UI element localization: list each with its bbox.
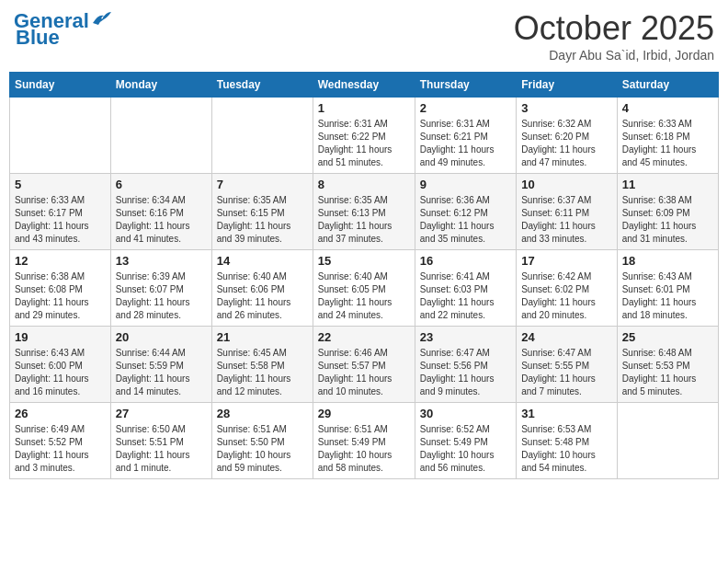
day-info: Sunrise: 6:41 AM Sunset: 6:03 PM Dayligh… <box>420 270 511 322</box>
calendar-cell: 14Sunrise: 6:40 AM Sunset: 6:06 PM Dayli… <box>211 250 313 327</box>
day-number: 2 <box>420 101 511 115</box>
calendar-cell: 28Sunrise: 6:51 AM Sunset: 5:50 PM Dayli… <box>211 403 313 479</box>
day-number: 22 <box>318 330 410 344</box>
calendar-cell: 7Sunrise: 6:35 AM Sunset: 6:15 PM Daylig… <box>211 174 313 250</box>
calendar-week-row: 12Sunrise: 6:38 AM Sunset: 6:08 PM Dayli… <box>10 250 719 327</box>
calendar-cell: 3Sunrise: 6:32 AM Sunset: 6:20 PM Daylig… <box>517 98 618 174</box>
day-info: Sunrise: 6:51 AM Sunset: 5:49 PM Dayligh… <box>318 423 410 475</box>
day-info: Sunrise: 6:43 AM Sunset: 6:00 PM Dayligh… <box>15 347 106 398</box>
month-title: October 2025 <box>514 9 714 48</box>
day-info: Sunrise: 6:49 AM Sunset: 5:52 PM Dayligh… <box>15 423 106 475</box>
day-number: 16 <box>420 254 511 268</box>
day-info: Sunrise: 6:31 AM Sunset: 6:22 PM Dayligh… <box>318 118 410 169</box>
day-number: 25 <box>622 330 713 344</box>
calendar-cell <box>211 98 313 174</box>
day-number: 9 <box>420 178 511 191</box>
calendar-cell: 12Sunrise: 6:38 AM Sunset: 6:08 PM Dayli… <box>10 250 111 327</box>
logo-bird-icon <box>91 10 111 27</box>
day-number: 10 <box>521 178 612 191</box>
calendar-cell: 2Sunrise: 6:31 AM Sunset: 6:21 PM Daylig… <box>415 98 516 174</box>
day-number: 18 <box>622 254 713 268</box>
day-info: Sunrise: 6:51 AM Sunset: 5:50 PM Dayligh… <box>217 423 308 475</box>
calendar-cell <box>110 98 211 174</box>
day-number: 8 <box>318 178 410 191</box>
day-number: 27 <box>116 407 207 420</box>
calendar-cell: 9Sunrise: 6:36 AM Sunset: 6:12 PM Daylig… <box>415 174 516 250</box>
logo: General Blue <box>14 9 111 50</box>
day-info: Sunrise: 6:38 AM Sunset: 6:09 PM Dayligh… <box>622 194 713 246</box>
location-subtitle: Dayr Abu Sa`id, Irbid, Jordan <box>514 48 714 63</box>
day-number: 29 <box>318 407 410 420</box>
day-number: 20 <box>116 330 207 344</box>
calendar-cell: 10Sunrise: 6:37 AM Sunset: 6:11 PM Dayli… <box>517 174 618 250</box>
title-block: October 2025 Dayr Abu Sa`id, Irbid, Jord… <box>514 9 714 63</box>
day-number: 4 <box>622 101 713 115</box>
calendar-body: 1Sunrise: 6:31 AM Sunset: 6:22 PM Daylig… <box>10 98 719 479</box>
calendar-cell: 29Sunrise: 6:51 AM Sunset: 5:49 PM Dayli… <box>313 403 415 479</box>
calendar-cell: 13Sunrise: 6:39 AM Sunset: 6:07 PM Dayli… <box>110 250 211 327</box>
calendar-cell: 1Sunrise: 6:31 AM Sunset: 6:22 PM Daylig… <box>313 98 415 174</box>
day-info: Sunrise: 6:44 AM Sunset: 5:59 PM Dayligh… <box>116 347 207 398</box>
day-number: 6 <box>116 178 207 191</box>
day-number: 30 <box>420 407 511 420</box>
day-number: 24 <box>521 330 612 344</box>
calendar-table: SundayMondayTuesdayWednesdayThursdayFrid… <box>9 72 719 479</box>
day-info: Sunrise: 6:35 AM Sunset: 6:13 PM Dayligh… <box>318 194 410 246</box>
day-number: 12 <box>15 254 106 268</box>
day-info: Sunrise: 6:53 AM Sunset: 5:48 PM Dayligh… <box>521 423 612 475</box>
day-number: 13 <box>116 254 207 268</box>
calendar-cell: 26Sunrise: 6:49 AM Sunset: 5:52 PM Dayli… <box>10 403 111 479</box>
day-info: Sunrise: 6:50 AM Sunset: 5:51 PM Dayligh… <box>116 423 207 475</box>
day-number: 14 <box>217 254 308 268</box>
day-info: Sunrise: 6:47 AM Sunset: 5:55 PM Dayligh… <box>521 347 612 398</box>
day-info: Sunrise: 6:32 AM Sunset: 6:20 PM Dayligh… <box>521 118 612 169</box>
day-info: Sunrise: 6:52 AM Sunset: 5:49 PM Dayligh… <box>420 423 511 475</box>
day-info: Sunrise: 6:47 AM Sunset: 5:56 PM Dayligh… <box>420 347 511 398</box>
calendar-cell: 4Sunrise: 6:33 AM Sunset: 6:18 PM Daylig… <box>617 98 718 174</box>
day-info: Sunrise: 6:39 AM Sunset: 6:07 PM Dayligh… <box>116 270 207 322</box>
calendar-cell: 6Sunrise: 6:34 AM Sunset: 6:16 PM Daylig… <box>110 174 211 250</box>
day-info: Sunrise: 6:40 AM Sunset: 6:06 PM Dayligh… <box>217 270 308 322</box>
day-info: Sunrise: 6:35 AM Sunset: 6:15 PM Dayligh… <box>217 194 308 246</box>
calendar-cell: 20Sunrise: 6:44 AM Sunset: 5:59 PM Dayli… <box>110 327 211 403</box>
calendar-cell: 16Sunrise: 6:41 AM Sunset: 6:03 PM Dayli… <box>415 250 516 327</box>
calendar-cell: 15Sunrise: 6:40 AM Sunset: 6:05 PM Dayli… <box>313 250 415 327</box>
day-info: Sunrise: 6:31 AM Sunset: 6:21 PM Dayligh… <box>420 118 511 169</box>
day-info: Sunrise: 6:40 AM Sunset: 6:05 PM Dayligh… <box>318 270 410 322</box>
calendar-cell: 11Sunrise: 6:38 AM Sunset: 6:09 PM Dayli… <box>617 174 718 250</box>
day-info: Sunrise: 6:36 AM Sunset: 6:12 PM Dayligh… <box>420 194 511 246</box>
weekday-header-saturday: Saturday <box>617 73 718 98</box>
weekday-header-monday: Monday <box>110 73 211 98</box>
calendar-cell: 27Sunrise: 6:50 AM Sunset: 5:51 PM Dayli… <box>110 403 211 479</box>
calendar-cell: 23Sunrise: 6:47 AM Sunset: 5:56 PM Dayli… <box>415 327 516 403</box>
day-number: 23 <box>420 330 511 344</box>
calendar-cell <box>10 98 111 174</box>
weekday-header-sunday: Sunday <box>10 73 111 98</box>
day-number: 28 <box>217 407 308 420</box>
calendar-header-row: SundayMondayTuesdayWednesdayThursdayFrid… <box>10 73 719 98</box>
day-info: Sunrise: 6:33 AM Sunset: 6:18 PM Dayligh… <box>622 118 713 169</box>
day-number: 1 <box>318 101 410 115</box>
day-info: Sunrise: 6:38 AM Sunset: 6:08 PM Dayligh… <box>15 270 106 322</box>
calendar-week-row: 5Sunrise: 6:33 AM Sunset: 6:17 PM Daylig… <box>10 174 719 250</box>
day-number: 7 <box>217 178 308 191</box>
calendar-cell: 8Sunrise: 6:35 AM Sunset: 6:13 PM Daylig… <box>313 174 415 250</box>
day-info: Sunrise: 6:34 AM Sunset: 6:16 PM Dayligh… <box>116 194 207 246</box>
day-number: 31 <box>521 407 612 420</box>
calendar-cell: 24Sunrise: 6:47 AM Sunset: 5:55 PM Dayli… <box>517 327 618 403</box>
calendar-cell: 5Sunrise: 6:33 AM Sunset: 6:17 PM Daylig… <box>10 174 111 250</box>
day-number: 19 <box>15 330 106 344</box>
calendar-cell: 18Sunrise: 6:43 AM Sunset: 6:01 PM Dayli… <box>617 250 718 327</box>
calendar-cell: 17Sunrise: 6:42 AM Sunset: 6:02 PM Dayli… <box>517 250 618 327</box>
calendar-cell: 30Sunrise: 6:52 AM Sunset: 5:49 PM Dayli… <box>415 403 516 479</box>
calendar-week-row: 26Sunrise: 6:49 AM Sunset: 5:52 PM Dayli… <box>10 403 719 479</box>
day-number: 21 <box>217 330 308 344</box>
weekday-header-thursday: Thursday <box>415 73 516 98</box>
calendar-cell: 31Sunrise: 6:53 AM Sunset: 5:48 PM Dayli… <box>517 403 618 479</box>
day-info: Sunrise: 6:42 AM Sunset: 6:02 PM Dayligh… <box>521 270 612 322</box>
day-number: 26 <box>15 407 106 420</box>
day-info: Sunrise: 6:37 AM Sunset: 6:11 PM Dayligh… <box>521 194 612 246</box>
day-number: 15 <box>318 254 410 268</box>
calendar-week-row: 1Sunrise: 6:31 AM Sunset: 6:22 PM Daylig… <box>10 98 719 174</box>
weekday-header-wednesday: Wednesday <box>313 73 415 98</box>
